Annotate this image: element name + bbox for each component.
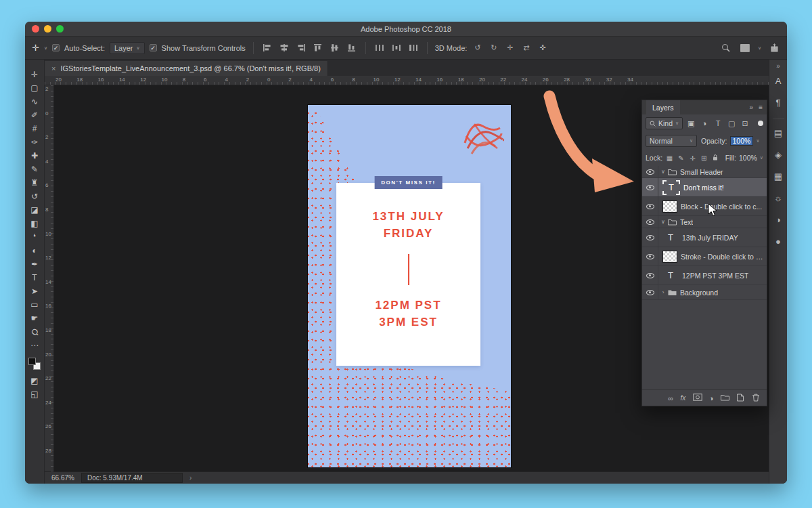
layer-row-text-group[interactable]: ∨ Text	[642, 216, 767, 228]
adjustment-layer-button[interactable]: ◑	[709, 394, 714, 402]
lock-artboard-icon[interactable]: ⊞	[700, 154, 708, 162]
align-left-edges-button[interactable]	[261, 43, 273, 54]
filter-type-layers-icon[interactable]: T	[713, 119, 723, 127]
new-layer-button[interactable]	[736, 394, 744, 403]
blur-tool[interactable]: ❛	[28, 230, 42, 244]
image-layer-thumbnail[interactable]	[662, 200, 677, 213]
layer-row-stroke[interactable]: Stroke - Double click to c...	[642, 247, 767, 266]
swatches-panel-icon[interactable]: ▦	[771, 169, 786, 184]
layer-visibility-toggle[interactable]	[642, 178, 658, 196]
3d-pan-icon[interactable]: ✛	[504, 43, 516, 52]
align-right-edges-button[interactable]	[295, 43, 307, 54]
3d-roll-icon[interactable]: ↻	[488, 43, 499, 52]
group-expand-chevron[interactable]: ∨	[658, 219, 668, 225]
libraries-panel-icon[interactable]: ◈	[771, 148, 786, 162]
align-top-edges-button[interactable]	[312, 43, 324, 54]
character-panel-icon[interactable]: A	[771, 74, 786, 88]
brush-tool[interactable]: ✎	[28, 163, 42, 176]
paragraph-panel-icon[interactable]: ¶	[771, 96, 786, 110]
layer-visibility-toggle[interactable]	[642, 166, 658, 177]
layer-visibility-toggle[interactable]	[642, 228, 658, 247]
eyedropper-tool[interactable]: ✑	[28, 135, 42, 149]
lasso-tool[interactable]: ∿	[28, 95, 42, 108]
distribute-left-button[interactable]	[374, 43, 386, 54]
filter-toggle[interactable]	[758, 121, 763, 126]
document-tab[interactable]: × IGStoriesTemplate_LiveAnnouncement_3.p…	[45, 61, 328, 76]
panel-collapse-icon[interactable]: »	[750, 104, 754, 111]
gradient-tool[interactable]: ◧	[28, 217, 42, 230]
screen-mode-button[interactable]: ◱	[28, 387, 42, 401]
chevron-down-icon[interactable]: ∨	[760, 155, 763, 161]
3d-slide-icon[interactable]: ⇄	[520, 43, 532, 52]
layer-row-small-header[interactable]: ∨ Small Header	[642, 166, 767, 178]
link-layers-button[interactable]: ∞	[668, 394, 673, 402]
layers-panel-tab[interactable]: Layers	[646, 100, 680, 114]
spot-healing-tool[interactable]: ✚	[28, 149, 42, 163]
group-expand-chevron[interactable]: ∨	[658, 169, 668, 175]
rectangle-tool[interactable]: ▭	[28, 298, 42, 312]
quick-selection-tool[interactable]: ✐	[28, 108, 42, 122]
blend-mode-dropdown[interactable]: Normal ∨	[646, 135, 697, 147]
layer-row-13th-july[interactable]: T 13th July FRIDAY	[642, 228, 767, 247]
align-horizontal-centers-button[interactable]	[278, 43, 290, 54]
workspace-switcher-button[interactable]	[739, 43, 751, 54]
layer-visibility-toggle[interactable]	[642, 247, 658, 266]
opacity-value[interactable]: 100%	[730, 136, 754, 146]
group-collapsed-chevron[interactable]: ›	[658, 289, 668, 295]
search-icon[interactable]	[720, 43, 732, 54]
filter-adjustment-layers-icon[interactable]: ◑	[699, 119, 710, 127]
layer-row-12pm-pst[interactable]: T 12PM PST 3PM EST	[642, 266, 767, 285]
zoom-level[interactable]: 66.67%	[51, 474, 74, 482]
layer-row-block[interactable]: Block - Double click to c...	[642, 197, 767, 216]
text-layer-thumbnail[interactable]: T	[662, 270, 679, 280]
layer-style-button[interactable]: fx	[681, 394, 686, 402]
path-selection-tool[interactable]: ➤	[28, 284, 42, 298]
type-tool[interactable]: T	[28, 271, 42, 284]
tool-preset-caret-icon[interactable]: ∨	[44, 45, 47, 51]
adjustments-panel-icon[interactable]: ◑	[771, 213, 786, 227]
align-bottom-edges-button[interactable]	[346, 43, 358, 54]
layer-visibility-toggle[interactable]	[642, 197, 658, 215]
lock-transparency-icon[interactable]: ▦	[665, 154, 674, 162]
fill-value[interactable]: 100%	[739, 154, 757, 162]
learn-panel-icon[interactable]: ☼	[771, 191, 786, 205]
dodge-tool[interactable]: ◐	[28, 244, 42, 257]
chevron-down-icon[interactable]: ∨	[756, 138, 759, 144]
align-vertical-centers-button[interactable]	[329, 43, 341, 54]
layer-row-dont-miss-it[interactable]: T Don't miss it!	[642, 178, 767, 197]
document-size-info[interactable]: Doc: 5.93M/17.4M	[81, 473, 183, 483]
distribute-right-button[interactable]	[407, 43, 420, 54]
layer-visibility-toggle[interactable]	[642, 285, 658, 299]
filter-shape-layers-icon[interactable]: ▢	[726, 119, 737, 128]
3d-scale-icon[interactable]: ✜	[537, 43, 548, 52]
filter-kind-dropdown[interactable]: Kind ∨	[646, 117, 683, 129]
lock-all-icon[interactable]	[711, 154, 720, 162]
auto-select-checkbox[interactable]: ✓	[52, 44, 60, 51]
crop-tool[interactable]: #	[28, 122, 42, 135]
tab-close-icon[interactable]: ×	[51, 64, 55, 72]
document-artboard[interactable]: DON'T MISS IT! 13TH JULY FRIDAY 12PM PST…	[308, 105, 511, 467]
status-chevron-icon[interactable]: ›	[189, 474, 191, 482]
eraser-tool[interactable]: ◪	[28, 203, 42, 217]
delete-layer-button[interactable]	[752, 394, 760, 403]
layer-visibility-toggle[interactable]	[642, 266, 658, 284]
3d-rotate-icon[interactable]: ↺	[472, 43, 483, 52]
color-swatches[interactable]	[28, 358, 41, 370]
foreground-color-swatch[interactable]	[28, 358, 36, 365]
history-brush-tool[interactable]: ↺	[28, 190, 42, 203]
color-panel-icon[interactable]: ●	[771, 234, 786, 249]
active-tool-icon[interactable]: ✛	[32, 43, 39, 53]
image-layer-thumbnail[interactable]	[662, 251, 677, 263]
filter-pixel-layers-icon[interactable]: ▣	[685, 119, 696, 128]
dock-collapse-icon[interactable]: »	[776, 62, 780, 70]
clone-stamp-tool[interactable]: ♜	[28, 176, 42, 190]
show-transform-checkbox[interactable]: ✓	[150, 44, 157, 51]
new-group-button[interactable]	[721, 394, 729, 402]
panel-menu-icon[interactable]: ≡	[759, 104, 763, 111]
move-tool[interactable]: ✛	[28, 68, 42, 81]
layers-panel-icon[interactable]: ▤	[771, 126, 786, 140]
quick-mask-button[interactable]: ◩	[28, 374, 42, 387]
layer-visibility-toggle[interactable]	[642, 216, 658, 228]
add-mask-button[interactable]	[693, 394, 702, 402]
text-layer-thumbnail[interactable]: T	[662, 232, 679, 242]
